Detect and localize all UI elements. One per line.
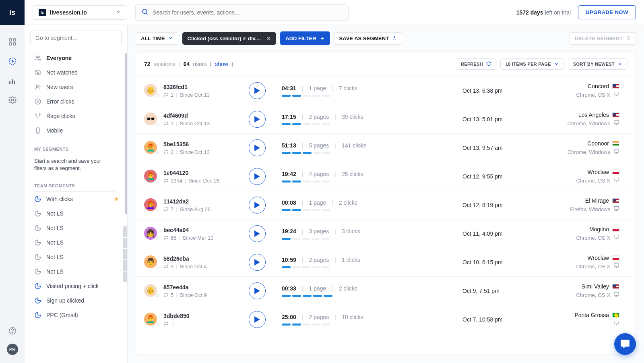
show-users-link[interactable]: show (215, 61, 228, 67)
dashboard-icon[interactable] (8, 37, 17, 47)
sessions-icon[interactable] (8, 56, 17, 66)
visit-count: 5 (171, 292, 173, 298)
chat-fab[interactable] (614, 333, 636, 355)
sort-dropdown[interactable]: SORT BY NEWEST (568, 58, 627, 70)
flag-icon (612, 198, 619, 203)
star-outline-icon[interactable]: ☆ (155, 292, 160, 299)
close-icon[interactable]: ✕ (266, 35, 271, 41)
segment-item-visited-pricing-click[interactable]: Visited pricing + click (25, 279, 123, 293)
city-name: Concord (588, 83, 609, 89)
session-row[interactable]: ☆857ee44a5|Since Oct 900:33|1 page|2 cli… (136, 277, 636, 305)
pie-icon (34, 268, 41, 275)
star-outline-icon[interactable]: ☆ (155, 321, 160, 327)
user-avatar[interactable]: PR (7, 344, 18, 355)
play-button[interactable] (249, 282, 266, 299)
goto-segment-input[interactable] (30, 31, 122, 45)
segment-item-not-watched[interactable]: Not watched (25, 65, 123, 80)
flag-icon (612, 112, 619, 117)
visit-count: 1 (171, 120, 173, 127)
play-button[interactable] (249, 197, 266, 214)
segment-item-new-users[interactable]: New users (25, 80, 123, 94)
repeat-icon (163, 292, 168, 297)
play-button[interactable] (249, 225, 266, 242)
session-row[interactable]: ☆11412da27|Since Aug 2600:08|1 page|2 cl… (136, 191, 636, 220)
trash-icon (626, 35, 631, 41)
activity-bar (282, 238, 454, 240)
session-row[interactable]: ☆1e0441201354|Since Dec 2819:42|4 pages|… (136, 162, 636, 191)
repeat-icon (163, 321, 168, 326)
activity-bar (282, 324, 454, 326)
duration: 17:15 (282, 114, 296, 120)
play-button[interactable] (249, 254, 266, 271)
pages-count: 1 page (309, 285, 326, 292)
search-container (135, 4, 349, 21)
city-name: Simi Valley (582, 283, 609, 290)
segment-item-everyone[interactable]: Everyone (25, 51, 123, 65)
segment-label: Not watched (46, 69, 78, 76)
filter-chip-clicked[interactable]: Clicked (css selector) is div.... ✕ (182, 32, 277, 45)
svg-rect-18 (614, 121, 619, 124)
play-button[interactable] (249, 111, 266, 128)
segment-item-not-ls[interactable]: Not LS (25, 206, 123, 221)
segment-item-not-ls[interactable]: Not LS (25, 235, 123, 250)
star-outline-icon[interactable]: ☆ (155, 263, 160, 270)
session-row[interactable]: ☆8326fcd11|Since Oct 1304:31|1 page|7 cl… (136, 77, 636, 105)
svg-rect-19 (614, 149, 619, 153)
segment-item-error-clicks[interactable]: Error clicks (25, 94, 123, 109)
segment-item-rage-clicks[interactable]: Rage clicks (25, 109, 123, 123)
pages-count: 1 page (309, 85, 326, 91)
session-date: Oct 11, 4:09 pm (462, 230, 531, 237)
activity-bar (282, 152, 454, 154)
segment-item-not-ls[interactable]: Not LS (25, 250, 123, 264)
play-button[interactable] (249, 168, 266, 185)
star-outline-icon[interactable]: ☆ (155, 235, 160, 241)
city-name: Wroclaw (588, 255, 609, 261)
play-button[interactable] (249, 139, 266, 156)
flag-icon (612, 284, 619, 289)
star-outline-icon[interactable]: ☆ (155, 206, 160, 213)
session-date: Oct 9, 7:51 pm (462, 288, 531, 294)
x-circle-icon (34, 98, 41, 105)
eye-off-icon (34, 69, 41, 76)
scrollbar-thumb[interactable] (125, 53, 127, 214)
duration: 51:13 (282, 142, 296, 149)
since-text: Since Mar 10 (183, 235, 214, 241)
add-filter-button[interactable]: ADD FILTER ＋ (280, 31, 330, 45)
segment-item-not-ls[interactable]: Not LS (25, 264, 123, 279)
save-as-segment-button[interactable]: SAVE AS SEGMENT (334, 32, 402, 45)
help-icon[interactable] (8, 326, 17, 336)
star-outline-icon[interactable]: ☆ (155, 92, 160, 98)
play-button[interactable] (249, 82, 266, 99)
session-row[interactable]: ☆58d26eba3|Since Oct 410:59|2 pages|1 cl… (136, 248, 636, 277)
clicks-count: 39 clicks (342, 114, 363, 120)
play-button[interactable] (249, 311, 266, 328)
analytics-icon[interactable] (8, 76, 17, 85)
pages-count: 2 pages (309, 114, 329, 120)
segment-item-ppc-gmail-[interactable]: PPC (Gmail) (25, 308, 123, 322)
star-outline-icon[interactable]: ☆ (155, 120, 160, 127)
date-range-chip[interactable]: ALL TIME (136, 32, 178, 45)
session-row[interactable]: ☆3dbde850|25:00|2 pages|10 clicksOct 7, … (136, 305, 636, 334)
search-input[interactable] (153, 9, 343, 16)
perpage-dropdown[interactable]: 10 ITEMS PER PAGE (500, 58, 564, 70)
people-icon (34, 54, 41, 62)
segment-item-not-ls[interactable]: Not LS (25, 221, 123, 235)
session-row[interactable]: ☆bec44a0465|Since Mar 1019:24|3 pages|3 … (136, 220, 636, 248)
user-id: 857ee44a (163, 284, 207, 290)
settings-icon[interactable] (8, 95, 17, 105)
since-text: Since Oct 9 (180, 292, 207, 298)
svg-rect-7 (14, 81, 15, 84)
sidebar: EveryoneNot watchedNew usersError clicks… (25, 25, 128, 363)
segment-item-with-clicks[interactable]: With clicks★ (25, 192, 123, 206)
refresh-button[interactable]: REFRESH (456, 58, 496, 70)
upgrade-button[interactable]: UPGRADE NOW (578, 5, 636, 19)
delete-segment-button[interactable]: DELETE SEGMENT (570, 32, 636, 45)
star-outline-icon[interactable]: ☆ (155, 149, 160, 156)
repeat-icon (163, 235, 168, 240)
segment-item-mobile[interactable]: Mobile (25, 123, 123, 138)
segment-item-sign-up-clicked[interactable]: Sign up clicked (25, 293, 123, 308)
session-row[interactable]: ☆4df4609d1|Since Oct 1317:15|2 pages|39 … (136, 105, 636, 134)
project-dropdown[interactable]: ls livesession.io (33, 5, 127, 20)
star-outline-icon[interactable]: ☆ (155, 178, 160, 184)
session-row[interactable]: ☆5be153562|Since Oct 1351:13|5 pages|141… (136, 134, 636, 162)
